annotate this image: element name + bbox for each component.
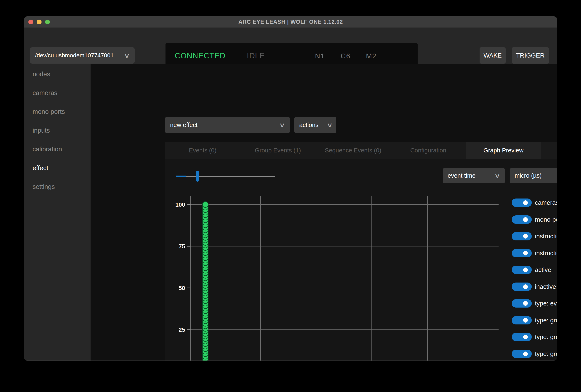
legend-label: instruction: OFF bbox=[535, 250, 557, 257]
toggle-instruction-on[interactable] bbox=[512, 232, 532, 240]
chevron-down-icon: ∨ bbox=[326, 121, 333, 129]
chevron-down-icon: ∨ bbox=[279, 121, 285, 129]
toggle-knob bbox=[523, 318, 528, 323]
legend-row-inactive: inactive bbox=[512, 283, 556, 291]
slider-fill bbox=[176, 176, 186, 177]
tab-events-0[interactable]: Events (0) bbox=[165, 142, 240, 159]
header-toolbar: /dev/cu.usbmodem107747001 ∨ CONNECTED ID… bbox=[24, 28, 557, 64]
sidebar-item-settings[interactable]: settings bbox=[24, 177, 90, 196]
main-content: new effect ∨ actions ∨ Events (0)Group E… bbox=[90, 64, 557, 361]
tab-bar: Events (0)Group Events (1)Sequence Event… bbox=[165, 142, 557, 159]
toggle-knob bbox=[523, 335, 528, 339]
toggle-knob bbox=[523, 200, 528, 205]
actions-select[interactable]: actions ∨ bbox=[294, 117, 336, 133]
actions-select-value: actions bbox=[299, 122, 318, 128]
legend-row-type-group-event-seq: type: group event (seq) bbox=[512, 350, 557, 358]
toggle-knob bbox=[523, 284, 528, 289]
y-tick-label: 100 bbox=[175, 201, 185, 208]
legend-row-instruction-on: instruction: ON bbox=[512, 232, 557, 240]
chart-legend: camerasmono portsinstruction: ONinstruct… bbox=[512, 142, 557, 361]
tab-sequence-events-0[interactable]: Sequence Events (0) bbox=[316, 142, 391, 159]
data-point bbox=[202, 202, 208, 207]
toggle-instruction-off[interactable] bbox=[512, 249, 532, 257]
toggle-type-event[interactable] bbox=[512, 299, 532, 308]
toggle-type-group-event-uni[interactable] bbox=[512, 333, 532, 341]
sidebar-item-mono-ports[interactable]: mono ports bbox=[24, 102, 90, 121]
toggle-knob bbox=[523, 301, 528, 306]
toggle-knob bbox=[523, 268, 528, 272]
legend-row-type-event: type: event bbox=[512, 299, 557, 308]
chevron-down-icon: ∨ bbox=[124, 52, 130, 59]
effect-select-value: new effect bbox=[170, 122, 198, 128]
serial-port-value: /dev/cu.usbmodem107747001 bbox=[35, 52, 114, 59]
wake-button[interactable]: WAKE bbox=[480, 47, 506, 64]
y-tick-label: 50 bbox=[179, 285, 185, 291]
tab-configuration[interactable]: Configuration bbox=[391, 142, 466, 159]
graph-preview-panel: Events (0)Group Events (1)Sequence Event… bbox=[165, 142, 557, 361]
trigger-button[interactable]: TRIGGER bbox=[512, 47, 549, 64]
sidebar-item-nodes[interactable]: nodes bbox=[24, 65, 90, 84]
legend-label: type: event bbox=[535, 300, 557, 307]
legend-row-cameras: cameras bbox=[512, 199, 557, 207]
legend-label: mono ports bbox=[535, 216, 557, 223]
tab-group-events-1[interactable]: Group Events (1) bbox=[240, 142, 315, 159]
sidebar: nodescamerasmono portsinputscalibratione… bbox=[24, 64, 90, 361]
legend-label: cameras bbox=[535, 199, 557, 206]
legend-row-mono-ports: mono ports bbox=[512, 215, 557, 224]
screen: ARC EYE LEASH | WOLF ONE 1.12.02 /dev/cu… bbox=[0, 0, 581, 392]
toggle-knob bbox=[523, 352, 528, 356]
toggle-knob bbox=[523, 217, 528, 222]
toggle-knob bbox=[523, 251, 528, 255]
legend-label: instruction: ON bbox=[535, 233, 557, 240]
toggle-inactive[interactable] bbox=[512, 283, 532, 291]
time-mode-select[interactable]: event time ∨ bbox=[443, 168, 505, 183]
legend-row-type-group-event-uni: type: group event (uni) bbox=[512, 333, 557, 341]
legend-label: type: group event (uni) bbox=[535, 333, 557, 341]
slider-track[interactable] bbox=[176, 176, 275, 177]
legend-label: type: group event (seq) bbox=[535, 350, 557, 357]
serial-port-select[interactable]: /dev/cu.usbmodem107747001 ∨ bbox=[30, 47, 134, 64]
toggle-type-group-event-seq[interactable] bbox=[512, 350, 532, 358]
effect-select[interactable]: new effect ∨ bbox=[165, 117, 290, 133]
sidebar-item-cameras[interactable]: cameras bbox=[24, 84, 90, 102]
toggle-cameras[interactable] bbox=[512, 199, 532, 207]
slider-thumb[interactable] bbox=[196, 171, 199, 182]
sidebar-item-calibration[interactable]: calibration bbox=[24, 140, 90, 159]
chevron-down-icon: ∨ bbox=[494, 172, 500, 179]
zoom-slider[interactable] bbox=[176, 168, 278, 185]
sidebar-item-inputs[interactable]: inputs bbox=[24, 121, 90, 140]
titlebar: ARC EYE LEASH | WOLF ONE 1.12.02 bbox=[24, 16, 557, 28]
app-window: ARC EYE LEASH | WOLF ONE 1.12.02 /dev/cu… bbox=[24, 16, 557, 361]
legend-row-type-group-event: type: group event bbox=[512, 316, 557, 325]
event-scatter-chart: 10075502500 us0 us0 us1 us1 us1 us bbox=[174, 192, 512, 361]
legend-label: inactive bbox=[535, 283, 556, 290]
toggle-active[interactable] bbox=[512, 266, 532, 274]
window-title: ARC EYE LEASH | WOLF ONE 1.12.02 bbox=[24, 16, 557, 27]
y-tick-label: 25 bbox=[179, 327, 185, 333]
legend-row-active: active bbox=[512, 266, 551, 274]
legend-label: active bbox=[535, 266, 551, 273]
toggle-mono-ports[interactable] bbox=[512, 215, 532, 224]
legend-row-instruction-off: instruction: OFF bbox=[512, 249, 557, 257]
sidebar-item-effect[interactable]: effect bbox=[24, 159, 90, 177]
toggle-type-group-event[interactable] bbox=[512, 316, 532, 325]
toggle-knob bbox=[523, 234, 528, 239]
legend-label: type: group event bbox=[535, 317, 557, 324]
y-tick-label: 75 bbox=[179, 243, 185, 250]
time-mode-value: event time bbox=[448, 172, 476, 179]
